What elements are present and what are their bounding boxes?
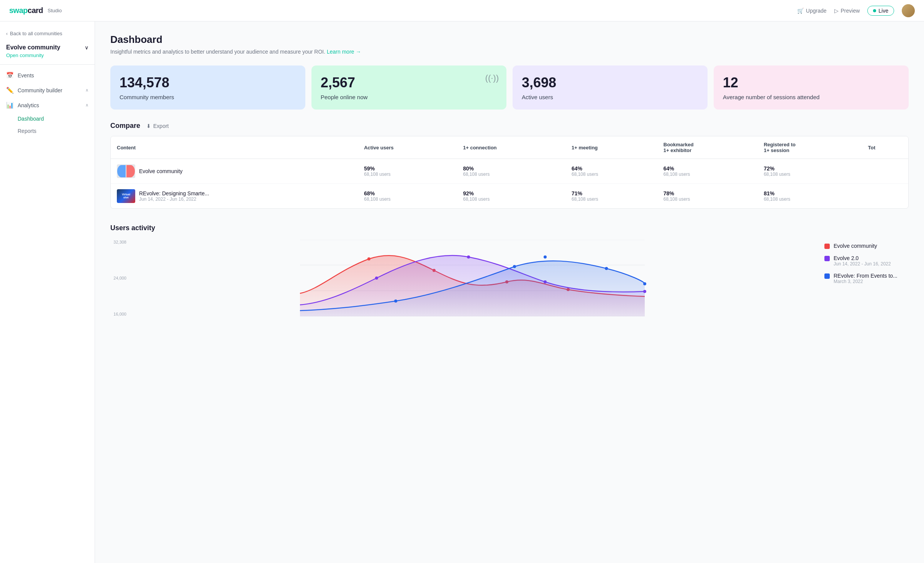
- sidebar-item-label-events: Events: [18, 72, 88, 79]
- content-cell-revolve: Virtualolve REvolve: Designing Smarte...…: [111, 184, 358, 209]
- col-meeting: 1+ meeting: [565, 136, 657, 159]
- preview-label: Preview: [841, 8, 860, 14]
- subtitle-text: Insightful metrics and analytics to bett…: [110, 49, 325, 55]
- stat-card-active-users: 3,698 Active users: [513, 65, 708, 110]
- legend-info-evolve: Evolve community: [834, 243, 877, 249]
- community-name: Evolve community: [6, 44, 60, 51]
- export-button[interactable]: ⬇ Export: [146, 123, 169, 129]
- purple-dot: [375, 277, 378, 280]
- main-content: Dashboard Insightful metrics and analyti…: [95, 21, 924, 563]
- community-members-number: 134,578: [120, 75, 296, 91]
- sidebar-subitem-reports[interactable]: Reports: [0, 125, 95, 137]
- tot-cell-revolve: [862, 184, 908, 209]
- blue-dot: [605, 267, 608, 270]
- community-members-label: Community members: [120, 94, 296, 100]
- studio-label: Studio: [48, 8, 62, 13]
- blue-dot: [513, 265, 516, 268]
- revolve-name: REvolve: Designing Smarte...: [139, 190, 209, 196]
- active-users-cell-revolve: 68% 68,108 users: [358, 184, 457, 209]
- chart-container: 32,308 24,000 16,000: [110, 240, 815, 316]
- layout: ‹ Back to all communities Evolve communi…: [0, 21, 924, 563]
- top-navigation: swapcard Studio 🛒 Upgrade ▷ Preview Live: [0, 0, 924, 21]
- avg-sessions-number: 12: [723, 75, 899, 91]
- content-cell-evolve: Evolve community: [111, 159, 358, 184]
- connection-cell-revolve: 92% 68,108 users: [457, 184, 565, 209]
- community-header[interactable]: Evolve community ∨: [6, 44, 88, 51]
- upgrade-button[interactable]: 🛒 Upgrade: [797, 8, 827, 14]
- live-badge[interactable]: Live: [867, 6, 894, 16]
- meeting-cell-evolve: 64% 68,108 users: [565, 159, 657, 184]
- activity-chart-wrapper: 32,308 24,000 16,000: [110, 240, 909, 316]
- legend-dot-revolve: [824, 273, 830, 279]
- sidebar-item-analytics[interactable]: 📊 Analytics ∧: [0, 98, 95, 113]
- nav-section: 📅 Events ✏️ Community builder ∧ 📊 Analyt…: [0, 65, 95, 140]
- col-bookmarked: Bookmarked1+ exhibitor: [657, 136, 758, 159]
- y-label-bot: 16,000: [113, 312, 126, 316]
- evolve-community-name: Evolve community: [139, 168, 183, 174]
- chart-legend: Evolve community Evolve 2.0 Jun 14, 2022…: [824, 240, 909, 284]
- upgrade-icon: 🛒: [797, 8, 804, 14]
- compare-title: Compare: [110, 122, 140, 130]
- back-chevron-icon: ‹: [6, 31, 8, 36]
- sidebar-item-label-community-builder: Community builder: [18, 87, 82, 93]
- open-community-link[interactable]: Open community: [6, 52, 88, 58]
- col-tot: Tot: [862, 136, 908, 159]
- purple-dot: [467, 255, 470, 259]
- back-to-communities-link[interactable]: ‹ Back to all communities: [0, 28, 95, 43]
- sidebar-subitem-dashboard[interactable]: Dashboard: [0, 113, 95, 125]
- active-users-number: 3,698: [522, 75, 698, 91]
- avg-sessions-label: Average number of sessions attended: [723, 94, 899, 100]
- people-online-label: People online now: [321, 94, 497, 100]
- chevron-analytics-icon: ∧: [85, 103, 88, 108]
- y-label-mid: 24,000: [113, 276, 126, 280]
- export-icon: ⬇: [146, 123, 151, 129]
- preview-icon: ▷: [834, 8, 839, 14]
- sidebar-item-events[interactable]: 📅 Events: [0, 68, 95, 83]
- users-activity-section: Users activity 32,308 24,000 16,000: [110, 224, 909, 316]
- learn-more-link[interactable]: Learn more →: [327, 49, 361, 55]
- col-connection: 1+ connection: [457, 136, 565, 159]
- chart-svg: [129, 240, 815, 316]
- bookmarked-cell-evolve: 64% 68,108 users: [657, 159, 758, 184]
- registered-cell-revolve: 81% 68,108 users: [758, 184, 862, 209]
- legend-item-revolve: REvolve: From Events to... March 3, 2022: [824, 273, 909, 284]
- blue-dot: [544, 255, 547, 259]
- blue-dot: [394, 300, 397, 303]
- compare-table-wrapper: Content Active users 1+ connection 1+ me…: [110, 136, 909, 209]
- revolve-content-info: REvolve: Designing Smarte... Jun 14, 202…: [139, 190, 209, 202]
- legend-item-evolve2: Evolve 2.0 Jun 14, 2022 - Jun 16, 2022: [824, 255, 909, 267]
- sidebar-item-community-builder[interactable]: ✏️ Community builder ∧: [0, 83, 95, 98]
- chevron-down-icon: ∨: [85, 44, 88, 51]
- table-row: Virtualolve REvolve: Designing Smarte...…: [111, 184, 908, 209]
- legend-info-revolve: REvolve: From Events to... March 3, 2022: [834, 273, 898, 284]
- active-users-label: Active users: [522, 94, 698, 100]
- page-subtitle: Insightful metrics and analytics to bett…: [110, 49, 909, 55]
- col-registered: Registered to1+ session: [758, 136, 862, 159]
- registered-cell-evolve: 72% 68,108 users: [758, 159, 862, 184]
- blue-dot: [643, 282, 646, 285]
- people-online-number: 2,567: [321, 75, 497, 91]
- page-title: Dashboard: [110, 34, 909, 46]
- legend-name-evolve2: Evolve 2.0: [834, 255, 891, 261]
- activity-title: Users activity: [110, 224, 909, 232]
- chevron-icon: ∧: [85, 88, 88, 93]
- live-label: Live: [878, 8, 888, 14]
- table-header-row: Content Active users 1+ connection 1+ me…: [111, 136, 908, 159]
- meeting-cell-revolve: 71% 68,108 users: [565, 184, 657, 209]
- legend-dot-evolve: [824, 244, 830, 249]
- y-axis: 32,308 24,000 16,000: [110, 240, 129, 316]
- legend-date-evolve2: Jun 14, 2022 - Jun 16, 2022: [834, 261, 891, 267]
- sidebar: ‹ Back to all communities Evolve communi…: [0, 21, 95, 563]
- active-users-cell-evolve: 59% 68,108 users: [358, 159, 457, 184]
- col-active-users: Active users: [358, 136, 457, 159]
- legend-item-evolve: Evolve community: [824, 243, 909, 249]
- stat-cards-grid: 134,578 Community members 2,567 People o…: [110, 65, 909, 110]
- red-dot: [367, 257, 370, 260]
- col-content: Content: [111, 136, 358, 159]
- preview-button[interactable]: ▷ Preview: [834, 8, 860, 14]
- table-row: Evolve community 59% 68,108 users 80% 68…: [111, 159, 908, 184]
- upgrade-label: Upgrade: [806, 8, 827, 14]
- avatar[interactable]: [902, 4, 915, 17]
- wifi-icon: ((·)): [485, 73, 499, 83]
- legend-dot-evolve2: [824, 256, 830, 261]
